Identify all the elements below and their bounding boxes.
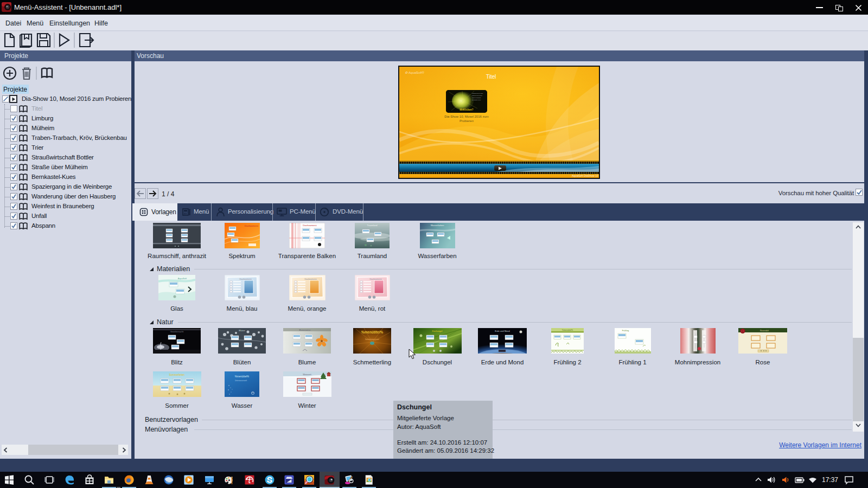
svg-text:Dschungel: Dschungel [432,330,443,332]
svg-text:%menütitel%: %menütitel% [235,375,249,378]
svg-text:Wasserfarben: Wasserfarben [431,224,444,227]
svg-text:%menütitel%: %menütitel% [562,329,573,331]
svg-text:Winterzeit: Winterzeit [303,374,311,376]
svg-text:Traben-Trarbach: Traben-Trarbach [472,97,481,98]
svg-text:Diashowmenü: Diashowmenü [303,224,316,227]
svg-text:Unterwasserwelt: Unterwasserwelt [235,380,247,382]
svg-text:%menütitel%: %menütitel% [361,330,384,334]
svg-text:Rosenduft: Rosenduft [760,330,769,332]
svg-text:Diashowmenü: Diashowmenü [245,224,258,227]
svg-text:Erde und Mond: Erde und Mond [495,330,509,332]
svg-text:Sommerimpression: Sommerimpression [365,338,379,341]
svg-text:Gewitternacht: Gewitternacht [170,330,184,333]
svg-text:Mülheim und Mosel: Mülheim und Mosel [472,95,482,96]
svg-text:Blüten: Blüten [239,329,245,332]
svg-text:Sommerferien: Sommerferien [169,374,185,376]
svg-text:Traumland: Traumland [367,224,378,227]
svg-text:Frühling: Frühling [622,330,629,332]
svg-text:Diashowmenü: Diashowmenü [239,278,251,280]
svg-text:Blumenwiese: Blumenwiese [299,329,311,331]
svg-text:MitKlicken?: MitKlicken? [459,108,474,111]
svg-text:Limburg an der Lahn: Limburg an der Lahn [472,93,483,94]
svg-text:Diashowmenü: Diashowmenü [304,278,316,280]
svg-text:Diashowmenü: Diashowmenü [369,278,381,280]
svg-text:AquaSoft: AquaSoft [178,277,187,280]
svg-text:Bernkastel-Kues: Bernkastel-Kues [472,99,481,100]
